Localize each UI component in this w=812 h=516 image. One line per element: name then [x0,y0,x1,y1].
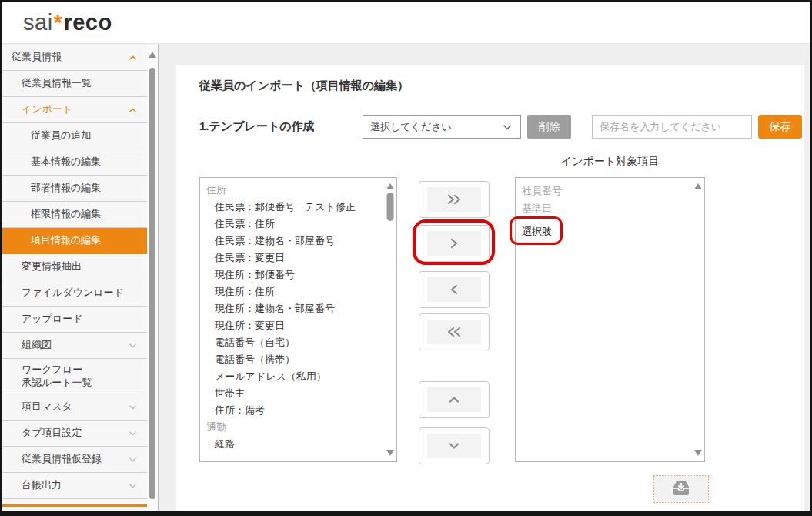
sidebar-item-label: 台帳出力 [22,479,62,492]
sidebar-item-label: ワークフロー 承認ルート一覧 [22,364,92,390]
sidebar-item[interactable]: 従業員情報一覧 [2,71,147,97]
source-list-scrollbar[interactable] [383,178,396,461]
chevron-down-icon [126,427,139,440]
move-left-button[interactable] [419,271,490,308]
sidebar-item-label: 従業員の追加 [31,129,91,142]
target-item-row[interactable]: 社員番号 [516,182,690,199]
sidebar-item-label: 部署情報の編集 [31,182,101,195]
sidebar-accent-divider [2,504,147,507]
scroll-down-icon[interactable] [386,450,394,456]
scrollbar-thumb[interactable] [149,68,155,499]
sidebar-item[interactable]: 項目マスタ [2,394,147,421]
source-item-row[interactable]: 現住所：変更日 [200,317,383,334]
sidebar-item[interactable]: 従業員情報 [2,45,147,71]
sidebar-scrollbar[interactable] [147,45,159,511]
sidebar-item[interactable]: 部署情報の編集 [2,176,147,202]
sidebar-item-label: 基本情報の編集 [31,156,101,169]
delete-button[interactable]: 削除 [527,115,571,139]
sidebar-item-label: 権限情報の編集 [31,208,101,221]
template-select-dropdown[interactable]: 選択してください [363,115,521,139]
sidebar-item[interactable]: 組織図 [2,333,147,359]
target-list-title: インポート対象項目 [515,155,705,169]
sidebar-item[interactable]: ファイルダウンロード [2,280,147,307]
sidebar-item-label: タブ項目設定 [22,427,82,440]
source-category-row: 住所 [200,182,383,199]
sidebar-item-label: インポート [22,103,72,116]
sidebar-item[interactable]: 基本情報の編集 [2,149,147,176]
chevron-down-icon [501,121,513,133]
sidebar-item[interactable]: 変更情報抽出 [2,254,147,280]
chevron-double-right-icon [427,187,481,212]
sidebar-item-label: 従業員情報 [12,51,62,64]
sidebar-item-label: 項目情報の編集 [31,234,101,247]
sidebar-nav: 従業員情報従業員情報一覧インポート従業員の追加基本情報の編集部署情報の編集権限情… [2,45,147,511]
chevron-down-icon [126,339,139,352]
template-name-input[interactable] [592,115,752,139]
page-title: 従業員のインポート（項目情報の編集） [199,79,409,93]
sidebar-item-label: ファイルダウンロード [22,286,124,300]
source-item-row[interactable]: メールアドレス（私用） [200,368,383,385]
chevron-down-icon [126,400,139,414]
app-header: sai * reco [2,2,810,44]
download-button[interactable] [653,475,709,503]
target-items: 社員番号基準日選択肢 [516,182,690,457]
target-list-scrollbar[interactable] [691,178,704,461]
sidebar-item[interactable]: 項目情報の編集 [2,228,147,254]
scroll-up-icon[interactable] [694,183,702,189]
move-down-button[interactable] [419,427,490,464]
sai-reco-logo[interactable]: sai * reco [23,10,112,35]
move-all-left-button[interactable] [419,313,490,350]
source-item-row[interactable]: 現住所：郵便番号 [200,266,383,283]
chevron-right-icon [427,231,481,256]
source-item-row[interactable]: 電話番号（携帯） [200,351,383,368]
sidebar-item[interactable]: タブ項目設定 [2,421,147,447]
chevron-up-icon [126,51,139,64]
scrollbar-thumb[interactable] [386,193,393,221]
save-button[interactable]: 保存 [758,115,802,139]
sidebar-item-label: アップロード [22,313,83,326]
download-tray-icon [670,479,693,500]
sidebar-item[interactable]: アップロード [2,307,147,333]
target-item-row[interactable]: 選択肢 [516,223,690,240]
target-item-row[interactable]: 基準日 [516,199,690,217]
source-item-row[interactable]: 現住所：住所 [200,283,383,300]
sidebar-item-label: 組織図 [22,339,52,352]
sidebar-item[interactable]: 従業員情報仮登録 [2,447,147,473]
source-items: 住所住民票：郵便番号 テスト修正住民票：住所住民票：建物名・部屋番号住民票：変更… [200,182,383,457]
sidebar-item-label: 項目マスタ [22,400,72,414]
sidebar-item[interactable]: 権限情報の編集 [2,202,147,228]
logo-text-sai: sai [23,10,53,35]
sidebar-item[interactable]: 台帳出力 [2,473,147,499]
scroll-down-icon[interactable] [694,450,702,456]
sidebar-item[interactable]: インポート [2,97,147,123]
chevron-down-icon [427,434,481,458]
scroll-up-icon[interactable] [386,183,394,189]
source-item-row[interactable]: 住民票：郵便番号 テスト修正 [200,199,383,216]
scroll-up-icon[interactable] [149,52,156,58]
sidebar-item-label: 変更情報抽出 [22,260,82,273]
source-item-row[interactable]: 世帯主 [200,385,383,402]
template-section-label: 1.テンプレートの作成 [199,119,315,134]
app-window: sai * reco 従業員情報従業員情報一覧インポート従業員の追加基本情報の編… [0,0,812,516]
move-up-button[interactable] [419,381,490,418]
move-all-right-button[interactable] [419,181,490,218]
chevron-double-left-icon [427,320,481,344]
source-item-row[interactable]: 現住所：建物名・部屋番号 [200,300,383,317]
chevron-down-icon [126,453,139,466]
source-item-row[interactable]: 住所：備考 [200,402,383,419]
chevron-left-icon [427,277,481,302]
move-right-button[interactable] [419,225,490,262]
target-items-listbox[interactable]: 社員番号基準日選択肢 [515,177,705,462]
source-item-row[interactable]: 住民票：変更日 [200,250,383,266]
source-category-row: 通勤 [200,419,383,436]
source-item-row[interactable]: 電話番号（自宅） [200,334,383,351]
source-item-row[interactable]: 経路 [200,436,383,453]
source-item-row[interactable]: 住民票：建物名・部屋番号 [200,233,383,250]
source-item-row[interactable]: 住民票：住所 [200,216,383,233]
sidebar-item[interactable]: 従業員の追加 [2,123,147,149]
chevron-up-icon [427,387,481,412]
source-items-listbox[interactable]: 住所住民票：郵便番号 テスト修正住民票：住所住民票：建物名・部屋番号住民票：変更… [199,177,397,462]
sidebar-item[interactable]: ワークフロー 承認ルート一覧 [2,359,147,394]
asterisk-icon: * [54,10,63,35]
chevron-up-icon [126,103,139,116]
